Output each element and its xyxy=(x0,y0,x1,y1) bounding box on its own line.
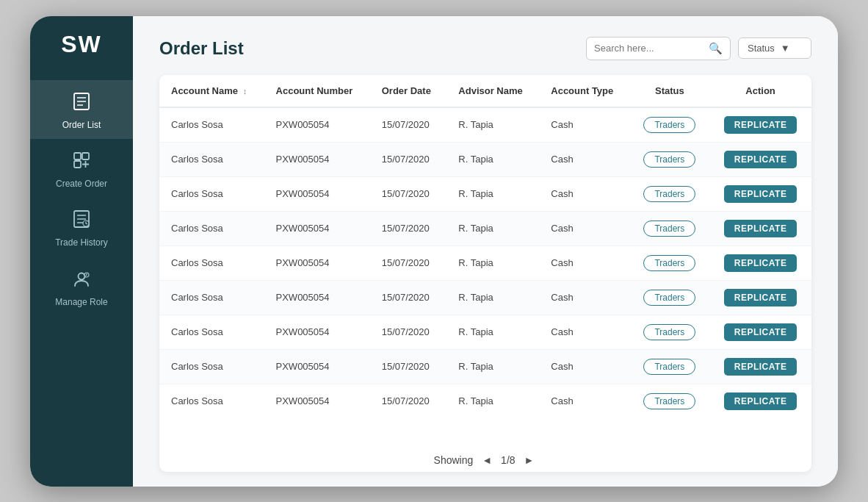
cell-account-number: PXW005054 xyxy=(264,280,370,315)
cell-account-type: Cash xyxy=(539,349,629,384)
cell-advisor-name: R. Tapia xyxy=(446,176,539,211)
replicate-button[interactable]: REPLICATE xyxy=(724,289,798,306)
cell-status: Traders xyxy=(630,107,710,143)
svg-rect-4 xyxy=(74,153,81,159)
cell-action: REPLICATE xyxy=(709,211,811,245)
traders-status-button[interactable]: Traders xyxy=(643,324,695,340)
cell-account-number: PXW005054 xyxy=(264,142,370,176)
chevron-down-icon: ▼ xyxy=(781,43,790,54)
cell-status: Traders xyxy=(630,245,710,280)
sidebar-item-order-list[interactable]: Order List xyxy=(30,80,133,139)
replicate-button[interactable]: REPLICATE xyxy=(724,358,798,376)
col-advisor-name: Advisor Name xyxy=(446,75,539,107)
cell-account-type: Cash xyxy=(539,384,629,418)
sidebar-navigation: Order List Create Order xyxy=(30,80,133,317)
sidebar-item-create-order[interactable]: Create Order xyxy=(30,139,133,198)
cell-action: REPLICATE xyxy=(709,176,811,211)
order-table: Account Name ↕ Account Number Order Date… xyxy=(159,75,811,418)
table-row: Carlos Sosa PXW005054 15/07/2020 R. Tapi… xyxy=(159,107,811,143)
table-row: Carlos Sosa PXW005054 15/07/2020 R. Tapi… xyxy=(159,211,811,245)
traders-status-button[interactable]: Traders xyxy=(643,117,695,133)
table-row: Carlos Sosa PXW005054 15/07/2020 R. Tapi… xyxy=(159,349,811,384)
traders-status-button[interactable]: Traders xyxy=(643,290,695,306)
col-status: Status xyxy=(630,75,710,107)
cell-status: Traders xyxy=(630,211,710,245)
cell-advisor-name: R. Tapia xyxy=(446,211,539,245)
cell-advisor-name: R. Tapia xyxy=(446,142,539,176)
cell-order-date: 15/07/2020 xyxy=(370,245,447,280)
cell-action: REPLICATE xyxy=(709,245,811,280)
sidebar-item-label-trade-history: Trade History xyxy=(55,237,108,248)
cell-account-type: Cash xyxy=(539,176,629,211)
cell-account-number: PXW005054 xyxy=(264,211,370,245)
search-box[interactable]: 🔍 xyxy=(586,37,731,60)
cell-order-date: 15/07/2020 xyxy=(370,107,447,143)
cell-account-number: PXW005054 xyxy=(264,349,370,384)
sidebar-item-trade-history[interactable]: Trade History xyxy=(30,198,133,257)
traders-status-button[interactable]: Traders xyxy=(643,255,695,271)
svg-rect-6 xyxy=(74,161,81,168)
table-row: Carlos Sosa PXW005054 15/07/2020 R. Tapi… xyxy=(159,280,811,315)
traders-status-button[interactable]: Traders xyxy=(643,359,695,375)
cell-advisor-name: R. Tapia xyxy=(446,315,539,349)
replicate-button[interactable]: REPLICATE xyxy=(724,151,798,168)
main-header: Order List 🔍 Status ▼ xyxy=(159,37,811,60)
create-order-icon xyxy=(72,151,91,174)
replicate-button[interactable]: REPLICATE xyxy=(724,116,798,134)
traders-status-button[interactable]: Traders xyxy=(643,151,695,168)
status-dropdown[interactable]: Status ▼ xyxy=(738,37,811,59)
table-header: Account Name ↕ Account Number Order Date… xyxy=(159,75,811,107)
sidebar-logo: SW xyxy=(61,31,102,58)
sidebar-item-label-create-order: Create Order xyxy=(56,179,107,189)
sort-arrow-account-name[interactable]: ↕ xyxy=(243,87,247,96)
prev-page-button[interactable]: ◄ xyxy=(479,453,495,467)
cell-action: REPLICATE xyxy=(709,280,811,315)
col-action: Action xyxy=(709,75,811,107)
col-order-date: Order Date xyxy=(370,75,447,107)
cell-action: REPLICATE xyxy=(709,107,811,143)
traders-status-button[interactable]: Traders xyxy=(643,220,695,237)
cell-account-type: Cash xyxy=(539,280,629,315)
replicate-button[interactable]: REPLICATE xyxy=(724,185,798,203)
table-row: Carlos Sosa PXW005054 15/07/2020 R. Tapi… xyxy=(159,315,811,349)
cell-account-name: Carlos Sosa xyxy=(159,107,264,143)
cell-account-name: Carlos Sosa xyxy=(159,384,264,418)
table-scroll: Account Name ↕ Account Number Order Date… xyxy=(159,75,811,442)
cell-action: REPLICATE xyxy=(709,349,811,384)
col-account-type: Account Type xyxy=(539,75,629,107)
cell-status: Traders xyxy=(630,176,710,211)
sidebar-item-label-manage-role: Manage Role xyxy=(55,297,107,307)
table-row: Carlos Sosa PXW005054 15/07/2020 R. Tapi… xyxy=(159,245,811,280)
cell-account-name: Carlos Sosa xyxy=(159,176,264,211)
sidebar-item-manage-role[interactable]: Manage Role xyxy=(30,257,133,316)
replicate-button[interactable]: REPLICATE xyxy=(724,323,798,341)
replicate-button[interactable]: REPLICATE xyxy=(724,254,798,272)
next-page-button[interactable]: ► xyxy=(521,453,538,467)
search-input[interactable] xyxy=(594,43,704,54)
cell-account-type: Cash xyxy=(539,211,629,245)
cell-status: Traders xyxy=(630,384,710,418)
table-body: Carlos Sosa PXW005054 15/07/2020 R. Tapi… xyxy=(159,107,811,418)
cell-action: REPLICATE xyxy=(709,142,811,176)
search-icon: 🔍 xyxy=(709,42,723,55)
cell-account-number: PXW005054 xyxy=(264,245,370,280)
header-controls: 🔍 Status ▼ xyxy=(586,37,811,60)
table-row: Carlos Sosa PXW005054 15/07/2020 R. Tapi… xyxy=(159,142,811,176)
cell-account-name: Carlos Sosa xyxy=(159,315,264,349)
cell-order-date: 15/07/2020 xyxy=(370,176,447,211)
cell-advisor-name: R. Tapia xyxy=(446,107,539,143)
cell-status: Traders xyxy=(630,280,710,315)
replicate-button[interactable]: REPLICATE xyxy=(724,220,798,237)
traders-status-button[interactable]: Traders xyxy=(643,393,695,409)
page-indicator: 1/8 xyxy=(501,454,515,466)
cell-account-name: Carlos Sosa xyxy=(159,280,264,315)
traders-status-button[interactable]: Traders xyxy=(643,186,695,202)
table-row: Carlos Sosa PXW005054 15/07/2020 R. Tapi… xyxy=(159,384,811,418)
cell-account-name: Carlos Sosa xyxy=(159,245,264,280)
order-list-icon xyxy=(72,92,91,115)
cell-order-date: 15/07/2020 xyxy=(370,211,447,245)
replicate-button[interactable]: REPLICATE xyxy=(724,392,798,410)
trade-history-icon xyxy=(72,209,91,233)
table-row: Carlos Sosa PXW005054 15/07/2020 R. Tapi… xyxy=(159,176,811,211)
svg-rect-5 xyxy=(82,153,89,159)
